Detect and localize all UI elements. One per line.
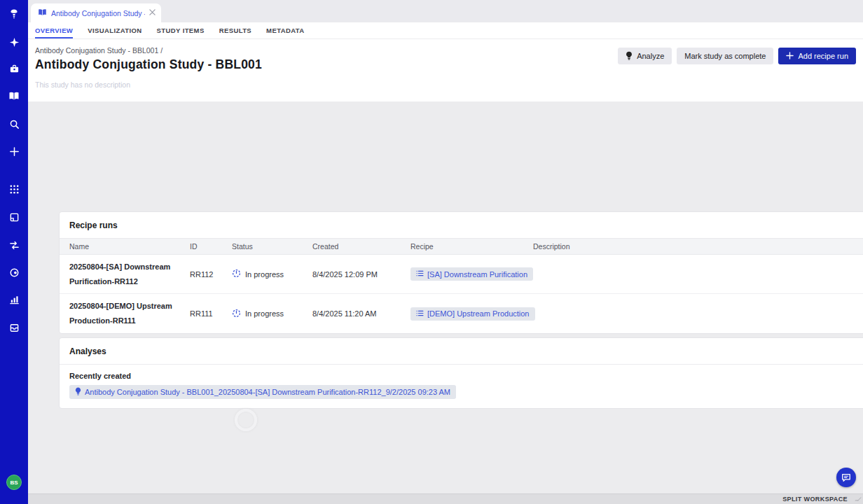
- registry-icon[interactable]: [0, 208, 28, 226]
- page-header: Antibody Conjugation Study - BBL001 / An…: [28, 39, 863, 102]
- recipe-run-name[interactable]: 20250804-[SA] Downstream Purification-RR…: [69, 260, 190, 289]
- header-actions: Analyze Mark study as complete Add recip…: [618, 48, 856, 64]
- recipe-runs-title: Recipe runs: [60, 212, 863, 238]
- study-document-tab[interactable]: Antibody Conjugation Study - B...: [31, 4, 161, 22]
- analytics-icon[interactable]: [0, 290, 28, 309]
- col-created: Created: [312, 242, 410, 251]
- col-description: Description: [533, 242, 863, 251]
- mark-complete-button[interactable]: Mark study as complete: [677, 48, 773, 64]
- recipe-run-recipe: [SA] Downstream Purification: [410, 267, 533, 281]
- tab-overview[interactable]: OVERVIEW: [35, 22, 73, 38]
- main-content: Recipe runs Name ID Status Created Recip…: [28, 102, 863, 493]
- recipe-run-id: RR112: [190, 270, 232, 279]
- analysis-link-label: Antibody Conjugation Study - BBL001_2025…: [85, 388, 450, 396]
- app-sidebar: BS: [0, 0, 28, 504]
- loading-spinner: [235, 409, 257, 431]
- recipe-link-chip[interactable]: [DEMO] Upstream Production: [410, 307, 535, 321]
- recipe-run-recipe: [DEMO] Upstream Production: [410, 307, 533, 321]
- mark-complete-label: Mark study as complete: [684, 52, 766, 60]
- recently-created-label: Recently created: [69, 372, 863, 380]
- grid-icon[interactable]: [0, 180, 28, 198]
- split-workspace-button[interactable]: SPLIT WORKSPACE: [782, 496, 848, 503]
- col-id: ID: [190, 242, 232, 251]
- recipe-run-status: In progress: [232, 269, 312, 279]
- recipe-link-label: [DEMO] Upstream Production: [427, 309, 530, 318]
- table-row[interactable]: 20250804-[SA] Downstream Purification-RR…: [60, 255, 863, 294]
- table-row[interactable]: 20250804-[DEMO] Upstream Production-RR11…: [60, 294, 863, 333]
- recipe-run-id: RR111: [190, 309, 232, 318]
- recipe-runs-card: Recipe runs Name ID Status Created Recip…: [59, 211, 863, 334]
- lightbulb-icon: [75, 387, 81, 397]
- add-recipe-run-button[interactable]: Add recipe run: [778, 48, 856, 64]
- sparkle-icon[interactable]: [0, 33, 28, 51]
- status-label: In progress: [245, 270, 284, 279]
- tab-results[interactable]: RESULTS: [219, 22, 251, 38]
- user-avatar[interactable]: BS: [6, 475, 22, 490]
- tab-study-items[interactable]: STUDY ITEMS: [157, 22, 205, 38]
- status-label: In progress: [245, 309, 284, 318]
- plus-icon[interactable]: [0, 142, 28, 160]
- recipe-run-created: 8/4/2025 12:09 PM: [312, 270, 410, 279]
- col-name: Name: [69, 242, 190, 251]
- toolbox-icon[interactable]: [0, 59, 28, 78]
- in-progress-icon: [232, 269, 241, 279]
- recipe-link-label: [SA] Downstream Purification: [427, 270, 527, 279]
- study-book-icon: [38, 7, 47, 20]
- chat-bubble-icon: [841, 472, 851, 482]
- recipe-runs-table-header: Name ID Status Created Recipe Descriptio…: [60, 238, 863, 255]
- workspace-bottom-bar: SPLIT WORKSPACE: [28, 493, 863, 504]
- list-icon: [416, 309, 424, 318]
- search-icon[interactable]: [0, 115, 28, 133]
- lightbulb-icon: [626, 51, 633, 62]
- workflow-icon[interactable]: [0, 236, 28, 254]
- notebook-icon[interactable]: [0, 87, 28, 105]
- col-status: Status: [232, 242, 312, 251]
- analyses-card: Analyses Recently created Antibody Conju…: [59, 337, 863, 409]
- analyses-title: Analyses: [60, 338, 863, 364]
- recipe-run-name[interactable]: 20250804-[DEMO] Upstream Production-RR11…: [69, 299, 190, 328]
- recipe-run-status: In progress: [232, 309, 312, 319]
- tab-close-icon[interactable]: [149, 9, 156, 17]
- page-title: Antibody Conjugation Study - BBL001: [35, 57, 262, 72]
- tab-metadata[interactable]: METADATA: [266, 22, 304, 38]
- study-description-placeholder[interactable]: This study has no description: [35, 80, 130, 89]
- insights-icon[interactable]: [0, 263, 28, 281]
- col-recipe: Recipe: [410, 242, 533, 251]
- tab-visualization[interactable]: VISUALIZATION: [88, 22, 141, 38]
- recipe-link-chip[interactable]: [SA] Downstream Purification: [410, 267, 533, 281]
- list-icon: [416, 270, 424, 279]
- tab-title: Antibody Conjugation Study - B...: [51, 9, 145, 18]
- analysis-link-chip[interactable]: Antibody Conjugation Study - BBL001_2025…: [69, 385, 456, 399]
- plus-icon: [786, 52, 794, 61]
- recipe-run-created: 8/4/2025 11:20 AM: [312, 309, 410, 318]
- analyze-button[interactable]: Analyze: [618, 48, 672, 64]
- document-tab-bar: Antibody Conjugation Study - B...: [28, 0, 863, 22]
- archive-icon[interactable]: [0, 318, 28, 337]
- benchling-logo-icon[interactable]: [0, 5, 28, 23]
- add-recipe-run-label: Add recipe run: [798, 52, 848, 60]
- breadcrumb[interactable]: Antibody Conjugation Study - BBL001 /: [35, 46, 163, 55]
- study-nav-tabs: OVERVIEW VISUALIZATION STUDY ITEMS RESUL…: [28, 22, 863, 39]
- analyze-button-label: Analyze: [637, 52, 664, 60]
- help-chat-button[interactable]: [836, 468, 856, 487]
- in-progress-icon: [232, 309, 241, 319]
